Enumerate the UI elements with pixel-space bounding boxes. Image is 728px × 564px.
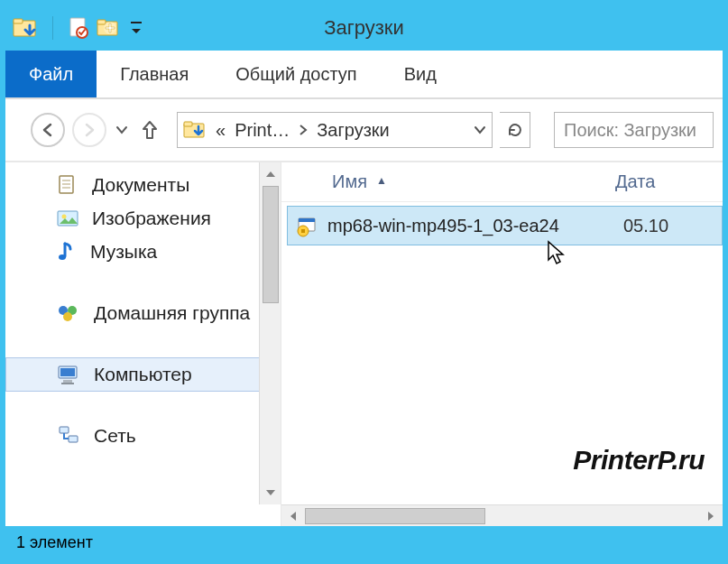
up-button[interactable] — [137, 113, 162, 147]
address-bar[interactable]: « Print… Загрузки — [177, 112, 493, 148]
scroll-left-icon[interactable] — [281, 505, 305, 526]
svg-rect-9 — [184, 122, 192, 126]
new-folder-icon[interactable] — [97, 16, 122, 40]
properties-icon[interactable] — [68, 16, 89, 40]
scrollbar-thumb[interactable] — [263, 186, 279, 303]
quick-access-toolbar — [5, 16, 143, 40]
status-item-count: 1 элемент — [16, 533, 93, 552]
sidebar-item-label: Домашняя группа — [94, 302, 250, 324]
pictures-icon — [56, 208, 79, 229]
installer-icon — [288, 213, 327, 238]
content-pane: Имя ▲ Дата mp68-win-mp495-1_03-ea24 05.1… — [281, 162, 723, 526]
file-list[interactable]: mp68-win-mp495-1_03-ea24 05.10 PrinterP.… — [281, 202, 723, 504]
sidebar-item-label: Музыка — [90, 241, 157, 263]
svg-point-19 — [63, 312, 72, 321]
file-row[interactable]: mp68-win-mp495-1_03-ea24 05.10 — [287, 206, 723, 245]
address-dropdown-icon[interactable] — [474, 122, 486, 138]
svg-rect-29 — [301, 229, 305, 233]
svg-point-15 — [62, 215, 67, 219]
svg-rect-1 — [14, 19, 23, 23]
network-icon — [56, 424, 81, 448]
documents-icon — [56, 173, 79, 197]
svg-rect-23 — [61, 383, 74, 384]
content-horizontal-scrollbar[interactable] — [281, 504, 723, 526]
breadcrumb-1[interactable]: Print… — [235, 120, 290, 141]
svg-rect-21 — [60, 368, 75, 376]
column-header-date[interactable]: Дата — [615, 171, 723, 192]
file-date: 05.10 — [616, 216, 668, 236]
explorer-window: Загрузки Файл Главная Общий доступ Вид «… — [0, 0, 728, 564]
sidebar-item-documents[interactable]: Документы — [5, 168, 281, 202]
column-headers: Имя ▲ Дата — [281, 162, 723, 202]
breadcrumb-2[interactable]: Загрузки — [317, 120, 390, 141]
status-bar: 1 элемент — [5, 526, 723, 559]
sidebar-scrollbar[interactable] — [259, 162, 281, 504]
sort-ascending-icon: ▲ — [376, 174, 387, 187]
recent-locations-dropdown[interactable] — [114, 113, 130, 147]
sidebar-item-network[interactable]: Сеть — [5, 419, 281, 453]
svg-rect-24 — [60, 427, 69, 433]
svg-rect-5 — [97, 20, 106, 24]
location-folder-icon — [183, 119, 207, 141]
search-placeholder: Поиск: Загрузки — [564, 120, 696, 141]
ribbon-tabs: Файл Главная Общий доступ Вид — [5, 51, 723, 99]
svg-rect-22 — [63, 380, 72, 383]
crumb-ellipsis[interactable]: « — [216, 120, 226, 141]
watermark-text: PrinterP.ru — [573, 445, 705, 476]
scrollbar-thumb[interactable] — [305, 508, 485, 524]
separator — [52, 16, 53, 40]
chevron-right-icon[interactable] — [299, 120, 308, 141]
sidebar-item-label: Компьютер — [94, 364, 192, 385]
svg-rect-27 — [299, 218, 315, 222]
tab-home[interactable]: Главная — [97, 51, 212, 97]
qat-dropdown-icon[interactable] — [129, 18, 143, 38]
computer-icon — [56, 364, 81, 385]
file-name: mp68-win-mp495-1_03-ea24 — [327, 216, 616, 236]
sidebar-item-homegroup[interactable]: Домашняя группа — [5, 296, 281, 330]
tab-file[interactable]: Файл — [5, 51, 97, 97]
sidebar-item-label: Документы — [92, 174, 189, 196]
homegroup-icon — [56, 301, 81, 325]
sidebar-item-label: Изображения — [92, 208, 211, 229]
scroll-down-icon[interactable] — [260, 481, 281, 504]
navigation-bar: « Print… Загрузки Поиск: Загрузки — [5, 99, 723, 162]
app-folder-icon — [13, 16, 38, 40]
title-bar: Загрузки — [5, 5, 723, 51]
sidebar-item-computer[interactable]: Компьютер — [5, 357, 281, 392]
column-header-name[interactable]: Имя ▲ — [281, 171, 615, 192]
navigation-pane: Документы Изображения Музыка — [5, 162, 281, 526]
music-icon — [56, 240, 78, 264]
sidebar-item-pictures[interactable]: Изображения — [5, 202, 281, 235]
explorer-body: Документы Изображения Музыка — [5, 162, 723, 526]
refresh-button[interactable] — [500, 112, 530, 148]
svg-rect-7 — [131, 22, 142, 23]
tab-share[interactable]: Общий доступ — [212, 51, 380, 97]
svg-point-16 — [59, 254, 66, 260]
svg-rect-25 — [69, 436, 78, 442]
scroll-right-icon[interactable] — [699, 505, 723, 526]
tab-view[interactable]: Вид — [381, 51, 460, 97]
sidebar-item-label: Сеть — [94, 425, 136, 447]
scroll-up-icon[interactable] — [260, 162, 281, 186]
sidebar-item-music[interactable]: Музыка — [5, 235, 281, 269]
forward-button[interactable] — [72, 113, 106, 147]
back-button[interactable] — [31, 113, 65, 147]
search-input[interactable]: Поиск: Загрузки — [554, 112, 714, 148]
